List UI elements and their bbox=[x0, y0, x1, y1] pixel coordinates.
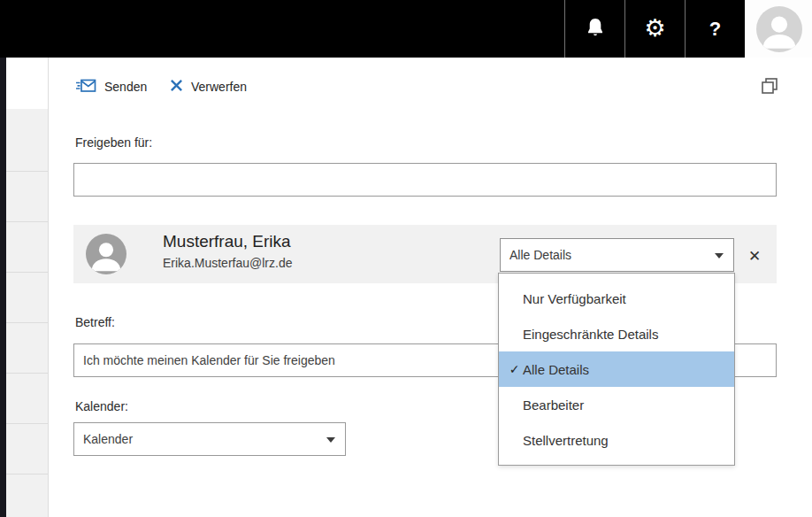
recipient-avatar bbox=[86, 234, 126, 274]
send-button-label: Senden bbox=[104, 80, 147, 94]
share-with-input[interactable] bbox=[73, 163, 777, 197]
dropdown-option[interactable]: Nur Verfügbarkeit bbox=[499, 281, 734, 316]
discard-button-label: Verwerfen bbox=[191, 80, 247, 94]
discard-x-icon bbox=[170, 79, 183, 95]
background-calendar-sliver bbox=[6, 58, 49, 517]
gear-icon: ⚙ bbox=[644, 17, 665, 41]
help-button[interactable]: ? bbox=[685, 0, 745, 58]
dropdown-option[interactable]: Eingeschränkte Details bbox=[499, 316, 734, 351]
permission-option-list: Nur Verfügbarkeit Eingeschränkte Details… bbox=[498, 273, 735, 466]
send-icon bbox=[75, 78, 96, 96]
notifications-button[interactable] bbox=[564, 0, 624, 58]
bell-icon bbox=[586, 17, 605, 41]
dropdown-option-label: Nur Verfügbarkeit bbox=[523, 291, 626, 306]
share-with-label: Freigeben für: bbox=[75, 135, 152, 150]
dropdown-option-label: Eingeschränkte Details bbox=[523, 327, 658, 342]
permission-select[interactable]: Alle Details bbox=[500, 238, 734, 272]
subject-label: Betreff: bbox=[75, 315, 115, 329]
chevron-down-icon bbox=[715, 253, 724, 258]
settings-button[interactable]: ⚙ bbox=[624, 0, 685, 58]
left-nav-edge bbox=[0, 58, 6, 517]
popout-icon bbox=[760, 85, 779, 98]
discard-button[interactable]: Verwerfen bbox=[170, 74, 247, 99]
dropdown-option[interactable]: Stellvertretung bbox=[499, 422, 734, 458]
popout-button[interactable] bbox=[759, 76, 780, 97]
recipient-email: Erika.Musterfau@lrz.de bbox=[163, 256, 292, 270]
calendar-select[interactable]: Kalender bbox=[73, 422, 346, 456]
remove-recipient-button[interactable]: ✕ bbox=[744, 245, 765, 266]
send-button[interactable]: Senden bbox=[75, 74, 147, 99]
recipient-name: Musterfrau, Erika bbox=[163, 232, 291, 251]
screen: ⚙ ? Senden bbox=[0, 0, 812, 517]
user-avatar bbox=[756, 6, 802, 52]
permission-select-value: Alle Details bbox=[501, 248, 571, 262]
dropdown-option-label: Stellvertretung bbox=[523, 433, 609, 448]
calendar-label: Kalender: bbox=[75, 399, 128, 413]
background-toolbar-sliver bbox=[6, 58, 48, 109]
topbar: ⚙ ? bbox=[0, 0, 812, 58]
dropdown-option-label: Bearbeiter bbox=[523, 397, 584, 413]
dropdown-option[interactable]: Bearbeiter bbox=[499, 387, 734, 422]
calendar-select-value: Kalender bbox=[74, 432, 133, 446]
help-icon: ? bbox=[709, 18, 721, 41]
dropdown-option[interactable]: ✓ Alle Details bbox=[499, 351, 734, 387]
account-avatar-button[interactable] bbox=[745, 0, 812, 58]
check-icon: ✓ bbox=[506, 362, 523, 376]
chevron-down-icon bbox=[326, 437, 335, 443]
dropdown-option-label: Alle Details bbox=[523, 362, 589, 377]
background-grid-rows bbox=[6, 121, 48, 517]
